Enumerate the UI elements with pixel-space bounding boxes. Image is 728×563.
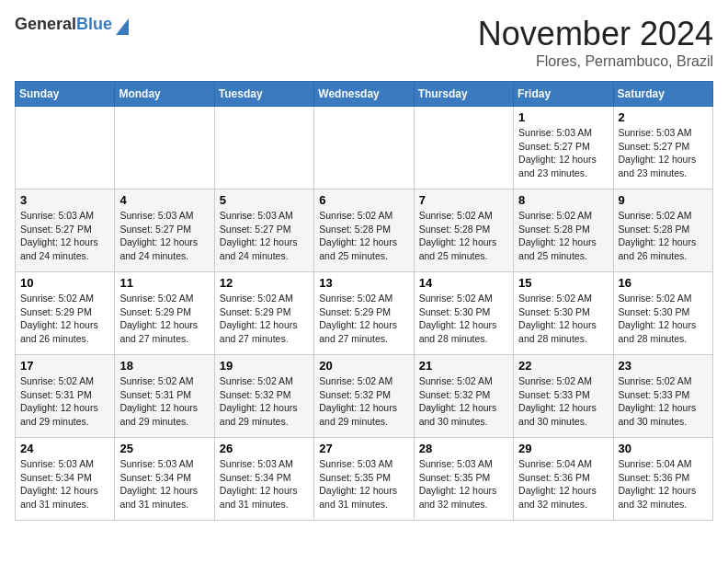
day-number: 2: [619, 110, 708, 124]
calendar-cell: 29Sunrise: 5:04 AM Sunset: 5:36 PM Dayli…: [514, 438, 613, 521]
logo-icon: [116, 17, 129, 35]
day-number: 10: [20, 276, 109, 290]
calendar-cell: 3Sunrise: 5:03 AM Sunset: 5:27 PM Daylig…: [16, 190, 115, 272]
day-info: Sunrise: 5:03 AM Sunset: 5:34 PM Dayligh…: [220, 457, 309, 511]
day-info: Sunrise: 5:03 AM Sunset: 5:27 PM Dayligh…: [20, 209, 109, 263]
day-info: Sunrise: 5:03 AM Sunset: 5:27 PM Dayligh…: [518, 126, 608, 180]
calendar-cell: 9Sunrise: 5:02 AM Sunset: 5:28 PM Daylig…: [613, 190, 712, 272]
day-info: Sunrise: 5:03 AM Sunset: 5:34 PM Dayligh…: [119, 457, 209, 511]
day-number: 4: [119, 193, 209, 207]
day-info: Sunrise: 5:02 AM Sunset: 5:29 PM Dayligh…: [220, 292, 309, 346]
day-number: 18: [119, 359, 209, 373]
calendar-cell: 7Sunrise: 5:02 AM Sunset: 5:28 PM Daylig…: [414, 190, 513, 272]
day-info: Sunrise: 5:02 AM Sunset: 5:32 PM Dayligh…: [220, 374, 309, 429]
calendar-header-sunday: Sunday: [16, 82, 115, 107]
calendar-cell: 10Sunrise: 5:02 AM Sunset: 5:29 PM Dayli…: [16, 272, 115, 355]
calendar-cell: 6Sunrise: 5:02 AM Sunset: 5:28 PM Daylig…: [314, 190, 414, 272]
calendar-header-friday: Friday: [514, 82, 613, 107]
day-info: Sunrise: 5:02 AM Sunset: 5:33 PM Dayligh…: [518, 374, 608, 429]
calendar-cell: 17Sunrise: 5:02 AM Sunset: 5:31 PM Dayli…: [16, 355, 115, 438]
calendar-cell: [16, 107, 115, 190]
day-number: 20: [319, 359, 408, 373]
title-block: November 2024 Flores, Pernambuco, Brazil: [478, 15, 713, 70]
day-info: Sunrise: 5:03 AM Sunset: 5:27 PM Dayligh…: [619, 126, 708, 180]
calendar-cell: 15Sunrise: 5:02 AM Sunset: 5:30 PM Dayli…: [514, 272, 613, 355]
day-number: 23: [619, 359, 708, 373]
calendar-header-thursday: Thursday: [414, 82, 513, 107]
calendar-cell: 26Sunrise: 5:03 AM Sunset: 5:34 PM Dayli…: [214, 438, 313, 521]
day-info: Sunrise: 5:03 AM Sunset: 5:34 PM Dayligh…: [20, 457, 109, 511]
calendar-cell: 14Sunrise: 5:02 AM Sunset: 5:30 PM Dayli…: [414, 272, 513, 355]
calendar-week-row: 1Sunrise: 5:03 AM Sunset: 5:27 PM Daylig…: [16, 107, 713, 190]
day-number: 13: [319, 276, 408, 290]
day-number: 29: [518, 442, 608, 455]
day-number: 22: [518, 359, 608, 373]
day-info: Sunrise: 5:03 AM Sunset: 5:35 PM Dayligh…: [419, 457, 508, 511]
calendar-cell: 13Sunrise: 5:02 AM Sunset: 5:29 PM Dayli…: [314, 272, 414, 355]
calendar-cell: 12Sunrise: 5:02 AM Sunset: 5:29 PM Dayli…: [214, 272, 313, 355]
month-title: November 2024: [478, 15, 713, 53]
day-number: 6: [319, 193, 408, 207]
calendar-header-tuesday: Tuesday: [214, 82, 313, 107]
day-info: Sunrise: 5:04 AM Sunset: 5:36 PM Dayligh…: [619, 457, 708, 511]
day-number: 12: [220, 276, 309, 290]
day-number: 27: [319, 442, 408, 455]
calendar-cell: 22Sunrise: 5:02 AM Sunset: 5:33 PM Dayli…: [514, 355, 613, 438]
calendar-cell: 25Sunrise: 5:03 AM Sunset: 5:34 PM Dayli…: [115, 438, 214, 521]
location: Flores, Pernambuco, Brazil: [478, 53, 713, 70]
calendar-table: SundayMondayTuesdayWednesdayThursdayFrid…: [15, 81, 713, 521]
day-info: Sunrise: 5:02 AM Sunset: 5:30 PM Dayligh…: [518, 292, 608, 346]
calendar-header-wednesday: Wednesday: [314, 82, 414, 107]
calendar-cell: 27Sunrise: 5:03 AM Sunset: 5:35 PM Dayli…: [314, 438, 414, 521]
logo-blue: Blue: [76, 15, 112, 33]
day-number: 16: [619, 276, 708, 290]
day-info: Sunrise: 5:02 AM Sunset: 5:30 PM Dayligh…: [619, 292, 708, 346]
day-number: 15: [518, 276, 608, 290]
day-info: Sunrise: 5:02 AM Sunset: 5:30 PM Dayligh…: [419, 292, 508, 346]
calendar-cell: 24Sunrise: 5:03 AM Sunset: 5:34 PM Dayli…: [16, 438, 115, 521]
logo: GeneralBlue: [15, 15, 129, 35]
day-info: Sunrise: 5:03 AM Sunset: 5:35 PM Dayligh…: [319, 457, 408, 511]
day-number: 19: [220, 359, 309, 373]
day-number: 7: [419, 193, 508, 207]
logo-general: General: [15, 15, 76, 33]
calendar-cell: 18Sunrise: 5:02 AM Sunset: 5:31 PM Dayli…: [115, 355, 214, 438]
day-number: 5: [220, 193, 309, 207]
day-number: 28: [419, 442, 508, 455]
calendar-cell: 16Sunrise: 5:02 AM Sunset: 5:30 PM Dayli…: [613, 272, 712, 355]
day-number: 26: [220, 442, 309, 455]
day-info: Sunrise: 5:02 AM Sunset: 5:28 PM Dayligh…: [518, 209, 608, 263]
day-info: Sunrise: 5:03 AM Sunset: 5:27 PM Dayligh…: [119, 209, 209, 263]
day-number: 24: [20, 442, 109, 455]
day-info: Sunrise: 5:02 AM Sunset: 5:32 PM Dayligh…: [319, 374, 408, 429]
svg-marker-0: [116, 18, 129, 35]
day-info: Sunrise: 5:02 AM Sunset: 5:28 PM Dayligh…: [419, 209, 508, 263]
logo-text: GeneralBlue: [15, 16, 112, 34]
calendar-week-row: 3Sunrise: 5:03 AM Sunset: 5:27 PM Daylig…: [16, 190, 713, 272]
calendar-cell: 30Sunrise: 5:04 AM Sunset: 5:36 PM Dayli…: [613, 438, 712, 521]
day-info: Sunrise: 5:02 AM Sunset: 5:29 PM Dayligh…: [119, 292, 209, 346]
day-info: Sunrise: 5:02 AM Sunset: 5:28 PM Dayligh…: [319, 209, 408, 263]
page-header: GeneralBlue November 2024 Flores, Pernam…: [15, 15, 713, 70]
day-info: Sunrise: 5:02 AM Sunset: 5:28 PM Dayligh…: [619, 209, 708, 263]
day-number: 21: [419, 359, 508, 373]
calendar-cell: 8Sunrise: 5:02 AM Sunset: 5:28 PM Daylig…: [514, 190, 613, 272]
calendar-cell: 19Sunrise: 5:02 AM Sunset: 5:32 PM Dayli…: [214, 355, 313, 438]
day-number: 9: [619, 193, 708, 207]
day-number: 3: [20, 193, 109, 207]
calendar-cell: 28Sunrise: 5:03 AM Sunset: 5:35 PM Dayli…: [414, 438, 513, 521]
day-number: 8: [518, 193, 608, 207]
day-info: Sunrise: 5:02 AM Sunset: 5:29 PM Dayligh…: [20, 292, 109, 346]
day-info: Sunrise: 5:04 AM Sunset: 5:36 PM Dayligh…: [518, 457, 608, 511]
calendar-cell: 4Sunrise: 5:03 AM Sunset: 5:27 PM Daylig…: [115, 190, 214, 272]
day-info: Sunrise: 5:03 AM Sunset: 5:27 PM Dayligh…: [220, 209, 309, 263]
calendar-week-row: 24Sunrise: 5:03 AM Sunset: 5:34 PM Dayli…: [16, 438, 713, 521]
day-number: 14: [419, 276, 508, 290]
calendar-header-saturday: Saturday: [613, 82, 712, 107]
calendar-week-row: 17Sunrise: 5:02 AM Sunset: 5:31 PM Dayli…: [16, 355, 713, 438]
calendar-cell: 11Sunrise: 5:02 AM Sunset: 5:29 PM Dayli…: [115, 272, 214, 355]
day-info: Sunrise: 5:02 AM Sunset: 5:31 PM Dayligh…: [20, 374, 109, 429]
day-number: 25: [119, 442, 209, 455]
calendar-header-monday: Monday: [115, 82, 214, 107]
calendar-cell: [214, 107, 313, 190]
